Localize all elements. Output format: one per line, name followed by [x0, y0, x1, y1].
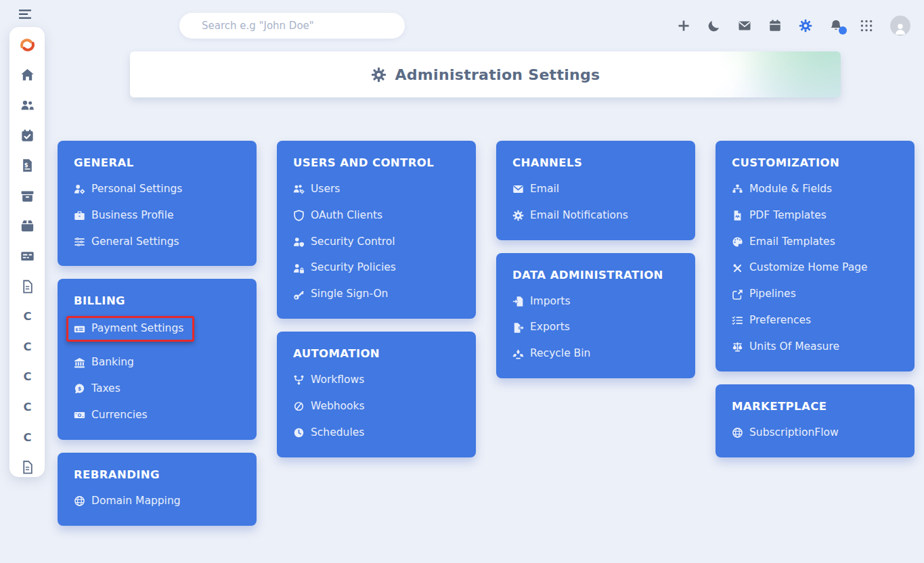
link-label: Security Control [311, 236, 395, 248]
calendar-button[interactable] [768, 19, 782, 32]
link-domain-mapping[interactable]: Domain Mapping [74, 495, 240, 508]
apps-button[interactable] [860, 19, 873, 32]
link-label: Webhooks [311, 401, 365, 413]
home-icon [20, 68, 35, 82]
link-oauth-clients[interactable]: OAuth Clients [293, 210, 460, 222]
link-label: Single Sign-On [311, 288, 388, 300]
link-currencies[interactable]: Currencies [74, 409, 240, 422]
pdf-file-icon [732, 210, 743, 221]
add-button[interactable] [677, 19, 690, 32]
sidebar-item-module-4[interactable] [9, 392, 45, 422]
sidebar-item-invoices[interactable] [9, 150, 45, 181]
globe-icon [732, 427, 743, 438]
gear-icon [799, 19, 812, 32]
envelope-icon [512, 183, 524, 195]
sidebar-item-subscriptions[interactable] [9, 120, 45, 151]
messages-button[interactable] [738, 19, 751, 32]
user-shield-icon [293, 236, 305, 248]
link-pipelines[interactable]: Pipelines [732, 288, 898, 300]
link-payment-settings[interactable]: Payment Settings [74, 323, 183, 335]
link-recycle-bin[interactable]: Recycle Bin [512, 348, 679, 360]
link-label: Recycle Bin [530, 348, 590, 360]
sidebar-item-payments[interactable] [9, 241, 45, 271]
card-general: GENERAL Personal Settings Business Profi… [58, 141, 257, 266]
person-icon [893, 21, 908, 36]
topbar-actions [677, 12, 910, 40]
link-security-control[interactable]: Security Control [293, 236, 460, 248]
settings-button[interactable] [799, 19, 812, 32]
sidebar-item-documents[interactable] [9, 271, 45, 302]
link-taxes[interactable]: Taxes [74, 383, 240, 395]
sidebar-item-products[interactable] [9, 211, 45, 242]
link-module-and-fields[interactable]: Module & Fields [732, 183, 898, 196]
file-export-icon [512, 322, 524, 334]
link-preferences[interactable]: Preferences [732, 315, 898, 327]
grid-column-3: CHANNELS Email Email Notifications DATA … [496, 141, 695, 378]
payment-settings-highlight: Payment Settings [66, 316, 194, 342]
link-email[interactable]: Email [512, 183, 679, 196]
c-module-icon [20, 340, 35, 354]
link-email-notifications[interactable]: Email Notifications [512, 210, 679, 222]
link-label: Schedules [311, 427, 364, 439]
link-personal-settings[interactable]: Personal Settings [74, 183, 240, 196]
sidebar-item-documents-2[interactable] [9, 452, 45, 477]
link-label: Payment Settings [91, 323, 183, 335]
card-marketplace: MARKETPLACE SubscriptionFlow [716, 384, 915, 457]
profile-avatar[interactable] [890, 16, 910, 36]
branch-icon [293, 374, 305, 386]
sidebar-item-module-3[interactable] [9, 362, 45, 392]
page-title: Administration Settings [395, 66, 600, 83]
grid-icon [860, 19, 873, 32]
card-customization: CUSTOMIZATION Module & Fields PDF Templa… [716, 141, 915, 371]
search-input[interactable] [179, 13, 405, 39]
card-title: CUSTOMIZATION [732, 156, 898, 169]
link-general-settings[interactable]: General Settings [74, 236, 240, 248]
link-webhooks[interactable]: Webhooks [293, 401, 460, 413]
settings-grid: GENERAL Personal Settings Business Profi… [58, 141, 915, 526]
link-workflows[interactable]: Workflows [293, 374, 460, 386]
notifications-button[interactable] [829, 19, 843, 32]
link-single-sign-on[interactable]: Single Sign-On [293, 288, 460, 300]
box-icon [20, 219, 35, 233]
c-module-icon [20, 309, 35, 323]
link-users[interactable]: Users [293, 183, 460, 196]
link-label: SubscriptionFlow [749, 427, 839, 439]
link-subscriptionflow[interactable]: SubscriptionFlow [732, 427, 898, 439]
card-title: BILLING [74, 294, 240, 307]
sidebar-item-module-2[interactable] [9, 332, 45, 362]
bank-icon [74, 357, 85, 369]
user-lock-icon [293, 263, 305, 274]
webhook-icon [293, 401, 305, 412]
sidebar-item-home[interactable] [9, 60, 45, 91]
scale-icon [732, 341, 743, 353]
notification-badge [839, 26, 847, 35]
card-title: MARKETPLACE [732, 400, 898, 413]
link-label: Exports [530, 321, 570, 334]
link-imports[interactable]: Imports [512, 296, 679, 308]
sidebar-item-module-1[interactable] [9, 301, 45, 332]
link-security-policies[interactable]: Security Policies [293, 262, 460, 274]
sidebar-item-customers[interactable] [9, 90, 45, 120]
card-channels: CHANNELS Email Email Notifications [496, 141, 695, 240]
link-label: OAuth Clients [311, 210, 382, 222]
link-label: Taxes [91, 383, 120, 395]
menu-toggle-button[interactable] [18, 7, 32, 22]
link-customize-home-page[interactable]: Customize Home Page [732, 262, 898, 274]
link-pdf-templates[interactable]: PDF Templates [732, 210, 898, 222]
link-schedules[interactable]: Schedules [293, 427, 460, 439]
sidebar-item-archive[interactable] [9, 181, 45, 211]
link-banking[interactable]: Banking [74, 357, 240, 369]
sidebar-item-module-5[interactable] [9, 422, 45, 453]
link-exports[interactable]: Exports [512, 321, 679, 334]
file-icon [20, 279, 35, 294]
link-business-profile[interactable]: Business Profile [74, 210, 240, 222]
banner-decoration [665, 51, 841, 97]
link-label: Imports [530, 296, 571, 308]
archive-icon [20, 189, 35, 203]
globe-icon [74, 495, 85, 507]
grid-column-1: GENERAL Personal Settings Business Profi… [58, 141, 257, 526]
link-label: Email Notifications [530, 210, 628, 222]
dark-mode-button[interactable] [707, 19, 721, 32]
link-units-of-measure[interactable]: Units Of Measure [732, 341, 898, 353]
link-email-templates[interactable]: Email Templates [732, 236, 898, 248]
